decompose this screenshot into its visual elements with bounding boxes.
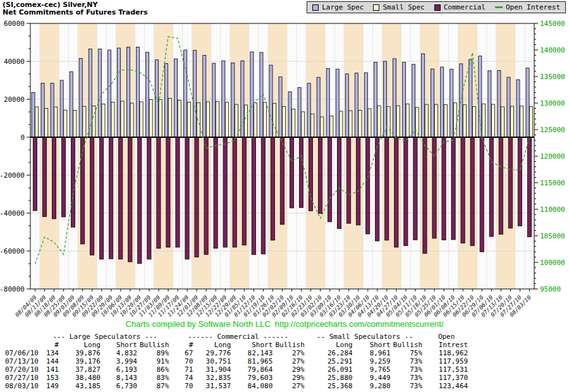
left-axis-label: -80000	[0, 285, 25, 293]
bar-small-spec	[444, 104, 447, 137]
bar-small-spec	[406, 104, 409, 137]
bar-small-spec	[235, 104, 238, 137]
bar-large-spec	[222, 61, 225, 137]
right-axis-label: 130000	[540, 99, 565, 107]
bar-commercial	[33, 137, 37, 211]
table-cell-value: 25,880	[306, 374, 354, 382]
bar-commercial	[461, 137, 465, 243]
bar-small-spec	[510, 106, 513, 137]
bar-small-spec	[54, 107, 58, 137]
table-cell-value: 38,480	[60, 374, 102, 382]
bar-small-spec	[121, 101, 124, 137]
bar-large-spec	[79, 59, 82, 138]
bar-commercial	[413, 137, 417, 240]
bar-commercial	[290, 137, 293, 208]
bar-commercial	[499, 137, 503, 235]
table-cell-value: 82,143	[232, 349, 274, 357]
bar-large-spec	[174, 59, 178, 137]
table-cell-value: 8,961	[354, 349, 392, 357]
left-axis-label: 0	[20, 133, 25, 142]
right-axis-label: 115000	[540, 179, 565, 187]
bar-small-spec	[244, 105, 247, 137]
table-column-header: Short	[354, 341, 392, 349]
right-axis-label: 145000	[540, 20, 565, 28]
bar-large-spec	[374, 63, 377, 138]
bar-small-spec	[283, 106, 286, 137]
table-column-header: Bullish	[138, 341, 170, 349]
bar-small-spec	[491, 104, 494, 137]
bar-large-spec	[136, 47, 139, 138]
left-axis-label: -60000	[0, 247, 25, 255]
table-cell-value: 75%	[392, 349, 424, 357]
bar-large-spec	[70, 72, 73, 138]
table-column-header: Long	[60, 341, 102, 349]
table-cell-value: 39,876	[60, 349, 102, 357]
bar-commercial	[366, 137, 370, 234]
bar-small-spec	[302, 112, 305, 137]
bar-commercial	[489, 137, 493, 236]
bar-small-spec	[377, 106, 381, 137]
table-column-header: Short	[232, 341, 274, 349]
table-cell-value: 74	[170, 374, 194, 382]
bar-large-spec	[60, 80, 63, 137]
bar-large-spec	[51, 83, 54, 138]
table-column-header: Long	[194, 341, 232, 349]
table-cell-date: 07/13/10	[4, 357, 40, 365]
bar-commercial	[166, 137, 170, 247]
table-cell-value: 87%	[138, 382, 170, 390]
bar-large-spec	[450, 69, 453, 137]
bar-small-spec	[330, 116, 333, 137]
bar-commercial	[157, 137, 161, 248]
bar-commercial	[119, 137, 123, 259]
bar-small-spec	[358, 110, 362, 137]
table-cell-value: 43,185	[60, 382, 102, 390]
bar-small-spec	[216, 101, 219, 137]
bar-large-spec	[107, 50, 111, 137]
table-cell-value: 8,143	[102, 374, 138, 382]
table-column-header-row: #LongShortBullish#LongShortBullishLongSh…	[4, 341, 469, 349]
table-cell-value: 27%	[274, 349, 305, 357]
table-column-header: Bullish	[392, 341, 424, 349]
futures-net-commitments-chart: 6000040000200000-20000-40000-60000-80000…	[0, 14, 569, 330]
bar-small-spec	[73, 110, 76, 137]
bar-commercial	[90, 137, 94, 255]
bar-commercial	[518, 137, 522, 226]
table-cell-value: 117,531	[424, 365, 469, 374]
table-cell-value: 144	[40, 357, 60, 365]
bar-large-spec	[336, 69, 339, 137]
bar-large-spec	[441, 67, 444, 137]
bar-commercial	[233, 137, 236, 247]
bar-commercial	[423, 137, 427, 254]
bar-large-spec	[212, 63, 216, 137]
bar-small-spec	[321, 117, 324, 137]
bar-small-spec	[168, 99, 171, 138]
bar-commercial	[385, 137, 389, 240]
table-cell-value: 31,904	[194, 365, 232, 374]
table-cell-date: 07/20/10	[4, 365, 40, 374]
table-cell-value: 29%	[274, 365, 305, 374]
legend-label: Large Spec	[322, 3, 364, 11]
table-row: 07/06/1013439,8764,83289%6729,77682,1432…	[4, 349, 469, 357]
bar-small-spec	[140, 102, 143, 137]
bar-small-spec	[387, 107, 390, 137]
bar-large-spec	[317, 77, 320, 137]
table-column-header: Intrest	[424, 341, 469, 349]
table-cell-value: 73%	[392, 357, 424, 365]
bar-small-spec	[415, 107, 419, 137]
bar-commercial	[432, 137, 436, 238]
bar-commercial	[185, 137, 189, 259]
bar-large-spec	[279, 77, 282, 137]
bar-commercial	[195, 137, 199, 257]
bar-large-spec	[126, 47, 130, 138]
table-cell-value: 9,280	[354, 382, 392, 390]
bar-large-spec	[431, 69, 434, 137]
bar-large-spec	[488, 71, 491, 137]
legend-swatch	[373, 4, 379, 11]
bar-large-spec	[231, 63, 235, 137]
bar-large-spec	[326, 68, 329, 137]
table-cell-date: 07/06/10	[4, 349, 40, 357]
table-cell-value: 149	[40, 382, 60, 390]
bar-small-spec	[130, 103, 133, 137]
table-column-header: Bullish	[274, 341, 305, 349]
bar-commercial	[376, 137, 379, 241]
